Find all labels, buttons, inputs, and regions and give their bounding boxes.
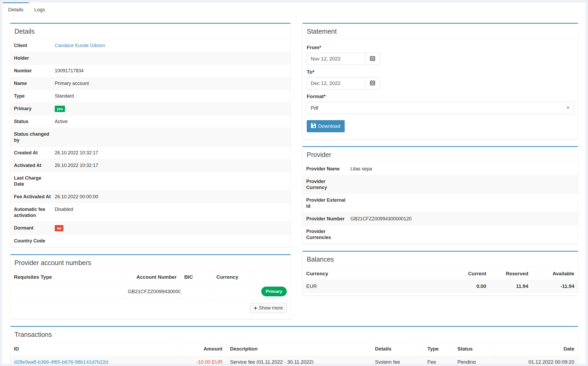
row-label: Fee Activated At: [14, 194, 55, 200]
transactions-panel: Transactions ID Amount Description Detai…: [10, 326, 578, 364]
col-header-id: ID: [10, 343, 176, 355]
col-header-status: Status: [454, 343, 495, 355]
download-button[interactable]: Download: [307, 120, 345, 132]
provider-row-currency: Provider Currency: [303, 175, 578, 194]
balance-available: -11.94: [532, 280, 578, 293]
detail-row-status: Status Active: [10, 115, 290, 128]
details-panel: Details Client Candace Kunde Gibson Hold…: [10, 23, 291, 247]
detail-row-number: Number 10091717834: [10, 65, 290, 77]
detail-row-last-charge-date: Last Charge Date: [10, 172, 290, 191]
tab-logs[interactable]: Logs: [29, 2, 50, 16]
detail-row-activated-at: Activated At 26.10.2022 10:32:17: [10, 159, 290, 172]
to-date-group: [307, 77, 380, 89]
col-header-description: Description: [226, 343, 371, 355]
row-value: Litas sepa: [350, 166, 574, 172]
plus-icon: +: [254, 306, 257, 311]
col-header-amount: Amount: [176, 343, 226, 355]
client-link[interactable]: Candace Kunde Gibson: [55, 43, 105, 48]
row-label: Provider External Id: [306, 197, 350, 209]
row-value: [55, 175, 287, 187]
row-value: GB21CFZZ00994300000120: [350, 216, 574, 222]
col-header-blank: [252, 271, 290, 283]
row-label: Provider Currencies: [306, 228, 350, 241]
tab-details[interactable]: Details: [3, 2, 29, 16]
provider-row-currencies: Provider Currencies: [303, 225, 578, 244]
from-date-group: [307, 53, 380, 65]
col-header-bic: BIC: [180, 271, 213, 283]
primary-account-badge: Primary: [261, 287, 287, 296]
show-more-label: Show more: [259, 305, 283, 311]
provider-account-numbers-table: Requisites Type Account Number BIC Curre…: [10, 271, 290, 316]
show-more-row: + Show more: [10, 300, 290, 317]
transaction-id-link[interactable]: d28e9aa8-b366-4f65-b676-98b141d7b22d: [14, 359, 108, 364]
row-value: [55, 131, 287, 143]
statement-panel: Statement From*: [302, 23, 578, 139]
row-label: Type: [14, 93, 55, 99]
tab-content: Details Client Candace Kunde Gibson Hold…: [2, 16, 586, 364]
row-value: 26.10.2022 10:32:17: [55, 162, 287, 169]
row-label: Country Code: [14, 238, 55, 244]
detail-row-automatic-fee-activation: Automatic fee activation Disabled: [10, 203, 290, 222]
page-card: Details Logs Details Client Candace Kund…: [2, 2, 586, 364]
transaction-date: 01.12.2022 00:09:20: [495, 355, 578, 364]
balance-current: 0.00: [446, 280, 490, 293]
balances-panel: Balances Currency Current Reserved Avail…: [302, 251, 578, 296]
row-label: Activated At: [14, 162, 55, 169]
transactions-table: ID Amount Description Details Type Statu…: [10, 343, 578, 364]
row-value: 26.10.2022 00:00:00: [55, 194, 287, 200]
bic-cell: [180, 283, 213, 300]
from-date-input[interactable]: [307, 53, 365, 65]
transaction-status: Pending: [454, 355, 495, 364]
row-value: Standard: [55, 93, 287, 99]
format-select[interactable]: Pdf: [307, 102, 574, 114]
col-header-date: Date: [495, 343, 578, 355]
panel-title: Transactions: [14, 331, 52, 338]
row-value: [55, 55, 287, 61]
row-label: Automatic fee activation: [14, 206, 55, 218]
provider-panel: Provider Provider Name Litas sepa Provid…: [302, 146, 578, 244]
row-label: Last Charge Date: [14, 175, 55, 187]
show-more-button[interactable]: + Show more: [250, 303, 287, 313]
row-label: Client: [14, 43, 55, 49]
format-select-wrap: Pdf: [307, 102, 574, 114]
row-value: Disabled: [55, 206, 287, 218]
transaction-row: d28e9aa8-b366-4f65-b676-98b141d7b22d -10…: [10, 355, 578, 364]
detail-row-status-changed-by: Status changed by: [10, 128, 290, 147]
row-value: [350, 179, 574, 191]
save-icon: [311, 123, 316, 129]
provider-row-external-id: Provider External Id: [303, 194, 578, 213]
row-label: Provider Number: [306, 216, 350, 222]
col-header-available: Available: [532, 267, 578, 280]
account-number-cell: GB21CFZZ00994300000120: [124, 283, 180, 300]
transaction-amount: -10.00 EUR: [176, 355, 226, 364]
details-rows: Client Candace Kunde Gibson Holder Numbe…: [10, 39, 290, 247]
row-value: Active: [55, 119, 287, 125]
row-label: Created At: [14, 150, 55, 156]
provider-rows: Provider Name Litas sepa Provider Curren…: [303, 163, 578, 244]
row-label: Name: [14, 80, 55, 87]
from-calendar-button[interactable]: [365, 53, 380, 65]
row-label: Primary: [14, 106, 55, 112]
col-header-current: Current: [446, 267, 490, 280]
detail-row-fee-activated-at: Fee Activated At 26.10.2022 00:00:00: [10, 191, 290, 203]
balance-currency: EUR: [303, 280, 446, 293]
provider-account-numbers-panel: Provider account numbers Requisites Type…: [10, 254, 291, 319]
dormant-no-badge: no: [55, 225, 63, 231]
balances-table: Currency Current Reserved Available EUR …: [303, 267, 578, 293]
to-date-input[interactable]: [307, 77, 365, 89]
tab-bar: Details Logs: [2, 2, 586, 16]
detail-row-name: Name Primary account: [10, 77, 290, 90]
row-value: 10091717834: [55, 68, 287, 74]
format-label: Format*: [307, 94, 574, 99]
col-header-account-number: Account Number: [124, 271, 180, 283]
row-label: Provider Name: [306, 166, 350, 172]
to-calendar-button[interactable]: [365, 77, 380, 89]
row-label: Status: [14, 119, 55, 125]
detail-row-holder: Holder: [10, 52, 290, 65]
detail-row-dormant: Dormant no: [10, 222, 290, 235]
calendar-icon: [370, 55, 375, 62]
download-label: Download: [318, 123, 340, 129]
panel-title: Details: [14, 28, 34, 35]
provider-row-number: Provider Number GB21CFZZ00994300000120: [303, 213, 578, 225]
detail-row-created-at: Created At 26.10.2022 10:32:17: [10, 147, 290, 159]
